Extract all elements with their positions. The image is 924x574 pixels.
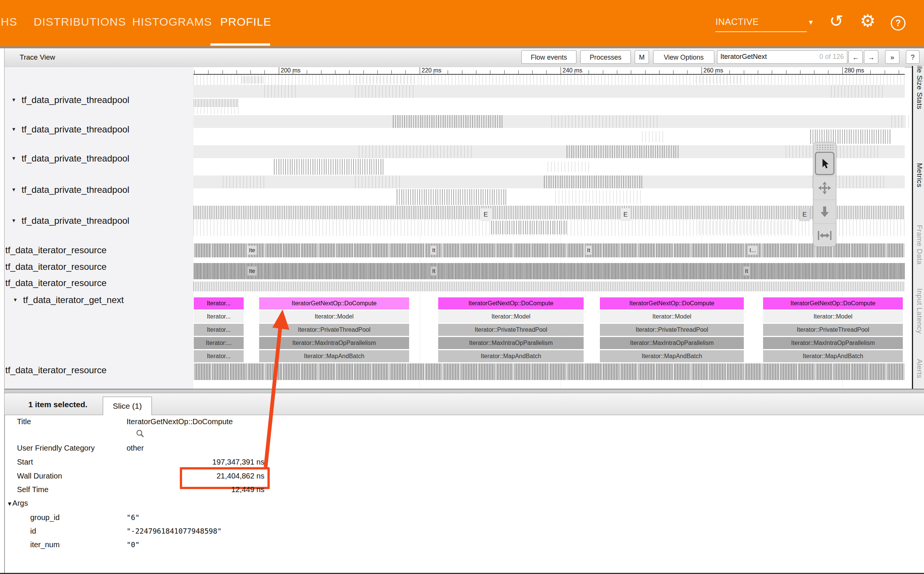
slice-maxintraopparallelism[interactable]: Iterator::MaxIntraOpParallelism (600, 337, 744, 349)
slice-mapandbatch[interactable]: Iterator::MapAndBatch (438, 350, 584, 362)
track-ticks[interactable] (193, 115, 905, 128)
track-ticks[interactable] (193, 75, 905, 85)
slice-mapandbatch[interactable]: Iterator... (194, 350, 244, 362)
track-ticks[interactable] (193, 85, 905, 98)
track-thread[interactable] (193, 98, 905, 115)
sidebar-item-threadpool[interactable]: ▼tf_data_private_threadpool (11, 184, 129, 195)
event-marker[interactable]: E (620, 208, 631, 221)
slice-model[interactable]: Iterator... (194, 311, 244, 323)
collapse-arrow-icon[interactable]: ▼ (11, 218, 16, 223)
slice-maxintraopparallelism[interactable]: Iterator:... (194, 337, 244, 349)
track-iterator-resource[interactable] (193, 363, 905, 380)
track-iterator-resource[interactable] (193, 282, 905, 291)
slice-docompute[interactable]: IteratorGetNextOp::DoCompute (763, 297, 903, 309)
sidebar-item-threadpool[interactable]: ▼tf_data_private_threadpool (11, 124, 129, 135)
collapse-arrow-icon[interactable]: ▼ (13, 297, 18, 303)
sidebar-item-threadpool[interactable]: ▼tf_data_private_threadpool (11, 153, 129, 164)
gear-icon[interactable]: ⚙ (859, 11, 877, 31)
slice-model[interactable]: Iterator::Model (438, 311, 584, 323)
slice-model[interactable]: Iterator::Model (600, 311, 744, 323)
metadata-button[interactable]: M (634, 50, 649, 64)
processes-button[interactable]: Processes (580, 50, 631, 64)
slice-docompute[interactable]: IteratorGetNextOp::DoCompute (600, 297, 744, 309)
collapse-controls-button[interactable]: » (885, 50, 899, 64)
tab-metrics[interactable]: Metrics (914, 163, 924, 197)
slice-model[interactable]: Iterator::Model (763, 311, 903, 323)
track-name: tf_data_iterator_resource (5, 245, 106, 255)
slice-privatethreadpool[interactable]: Iterator::PrivateThreadPool (438, 324, 584, 336)
time-axis-label: 280 ms (842, 67, 864, 74)
event-marker[interactable]: E (481, 208, 491, 221)
tick-cluster (355, 85, 416, 98)
sidebar-item-resource[interactable]: tf_data_iterator_resource (5, 262, 106, 272)
run-selector[interactable]: INACTIVE (715, 17, 759, 27)
slice-mapandbatch[interactable]: Iterator::MapAndBatch (259, 350, 409, 362)
find-prev-button[interactable]: ← (848, 50, 863, 64)
track-ticks[interactable] (193, 206, 905, 219)
sidebar-item-resource[interactable]: tf_data_iterator_resource (5, 365, 106, 375)
chevron-down-icon[interactable]: ▼ (808, 19, 814, 27)
expand-triangle-icon[interactable]: ▼ (7, 500, 13, 507)
sidebar-item-get-next[interactable]: ▼tf_data_iterator_get_next (13, 295, 124, 305)
track-thread[interactable] (193, 128, 905, 145)
slice-maxintraopparallelism[interactable]: Iterator::MaxIntraOpParallelism (259, 337, 409, 349)
track-iterator-resource[interactable]: Ite It It I... (193, 243, 905, 257)
track-iterator-resource[interactable]: Ite It It (193, 263, 905, 279)
track-name: tf_data_private_threadpool (22, 153, 130, 163)
slice-privatethreadpool[interactable]: Iterator::PrivateThreadPool (763, 324, 903, 336)
sidebar-item-threadpool[interactable]: ▼tf_data_private_threadpool (11, 216, 129, 226)
tab-distributions[interactable]: DISTRIBUTIONS (33, 16, 126, 28)
slice-mapandbatch[interactable]: Iterator::MapAndBatch (600, 350, 744, 362)
tab-file-size-stats[interactable]: File Size Stats (914, 66, 924, 117)
select-tool-button[interactable] (815, 152, 834, 175)
tab-frame-data: Frame Data (914, 225, 924, 267)
sidebar-item-resource[interactable]: tf_data_iterator_resource (5, 245, 106, 255)
args-expander[interactable]: ▼Args (7, 499, 28, 508)
search-input[interactable]: IteratorGetNext 0 of 126 (717, 50, 847, 64)
zoom-tool-button[interactable] (813, 200, 836, 223)
pan-tool-button[interactable] (813, 176, 836, 200)
track-ticks[interactable] (193, 175, 905, 188)
magnifier-icon[interactable] (135, 429, 145, 438)
view-options-button[interactable]: View Options (653, 50, 714, 64)
tick-cluster (274, 159, 383, 175)
sidebar-item-resource[interactable]: tf_data_iterator_resource (5, 278, 106, 288)
event-marker[interactable]: E (799, 208, 810, 221)
slice-privatethreadpool[interactable]: Iterator::PrivateThreadPool (600, 324, 744, 336)
tab-histograms[interactable]: HISTOGRAMS (132, 16, 212, 28)
flow-events-button[interactable]: Flow events (521, 50, 576, 64)
track-thread[interactable] (193, 158, 905, 175)
tick-cluster (552, 115, 657, 128)
collapse-arrow-icon[interactable]: ▼ (11, 156, 16, 161)
track-thread[interactable] (193, 219, 905, 236)
track-ticks[interactable] (193, 145, 905, 158)
panel-divider[interactable] (5, 389, 924, 393)
slice-docompute-selected[interactable]: IteratorGetNextOp::DoCompute (259, 297, 409, 309)
slice-docompute[interactable]: Iterator... (194, 297, 244, 309)
slice-privatethreadpool[interactable]: Iterator... (194, 324, 244, 336)
help-icon[interactable]: ? (891, 16, 905, 31)
collapse-arrow-icon[interactable]: ▼ (11, 187, 16, 192)
slice-privatethreadpool[interactable]: Iterator::PrivateThreadPool (259, 324, 409, 336)
tab-profile[interactable]: PROFILE (220, 16, 271, 28)
timing-tool-button[interactable] (813, 223, 836, 247)
sidebar-item-threadpool[interactable]: ▼tf_data_private_threadpool (11, 95, 129, 105)
slice-maxintraopparallelism[interactable]: Iterator::MaxIntraOpParallelism (438, 337, 584, 349)
collapse-arrow-icon[interactable]: ▼ (11, 126, 16, 132)
palette-drag-handle[interactable] (816, 144, 833, 151)
tick-cluster (491, 221, 566, 234)
move-icon (818, 181, 831, 195)
slice-docompute[interactable]: IteratorGetNextOp::DoCompute (438, 297, 584, 309)
slice-maxintraopparallelism[interactable]: Iterator::MaxIntraOpParallelism (763, 337, 903, 349)
refresh-icon[interactable]: ↺ (828, 11, 845, 31)
tab-slice[interactable]: Slice (1) (103, 397, 152, 415)
tick-cluster (699, 221, 793, 234)
slice-mapandbatch[interactable]: Iterator::MapAndBatch (763, 350, 903, 362)
trace-help-button[interactable]: ? (906, 50, 919, 64)
find-next-button[interactable]: → (864, 50, 878, 64)
track-thread[interactable] (193, 188, 905, 206)
slice-model[interactable]: Iterator::Model (259, 311, 409, 323)
tab-graphs-truncated[interactable]: HS (1, 16, 17, 28)
collapse-arrow-icon[interactable]: ▼ (11, 97, 16, 102)
panel-title: Trace View (20, 53, 55, 62)
